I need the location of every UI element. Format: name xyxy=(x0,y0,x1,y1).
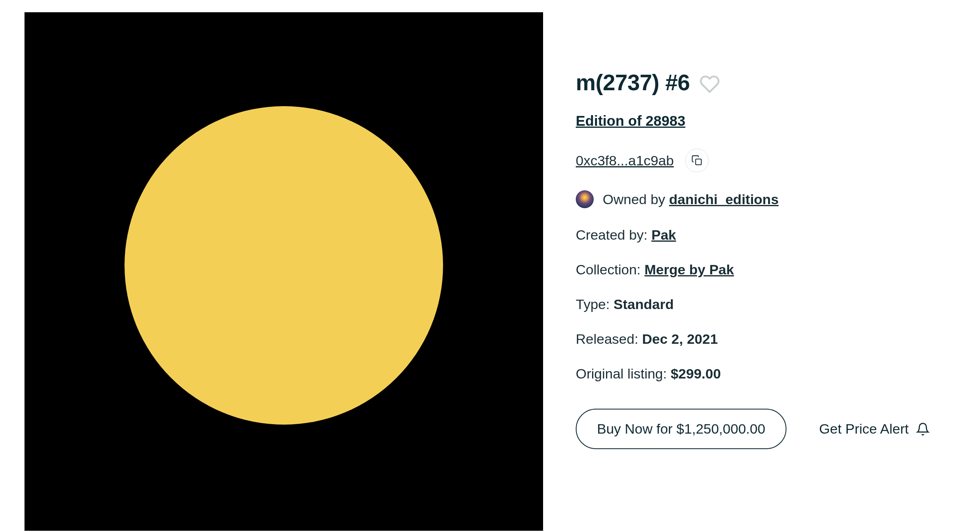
details-panel: m(2737) #6 Edition of 28983 0xc3f8...a1c… xyxy=(576,12,956,520)
artwork-circle xyxy=(125,106,443,425)
address-row: 0xc3f8...a1c9ab xyxy=(576,149,956,172)
title-row: m(2737) #6 xyxy=(576,69,956,96)
contract-address-link[interactable]: 0xc3f8...a1c9ab xyxy=(576,153,674,169)
price-alert-label: Get Price Alert xyxy=(819,421,909,437)
type-row: Type: Standard xyxy=(576,296,956,312)
bell-icon xyxy=(916,422,930,436)
collection-row: Collection: Merge by Pak xyxy=(576,262,956,278)
original-listing-label: Original listing: xyxy=(576,366,670,381)
owner-row: Owned by danichi_editions xyxy=(576,190,956,208)
buy-now-button[interactable]: Buy Now for $1,250,000.00 xyxy=(576,409,786,449)
released-label: Released: xyxy=(576,331,642,347)
owner-prefix: Owned by xyxy=(603,191,669,207)
heart-icon[interactable] xyxy=(699,74,720,94)
collection-label: Collection: xyxy=(576,262,644,277)
edition-link[interactable]: Edition of 28983 xyxy=(576,113,685,129)
price-alert-link[interactable]: Get Price Alert xyxy=(819,421,930,437)
creator-row: Created by: Pak xyxy=(576,227,956,243)
owner-avatar[interactable] xyxy=(576,190,594,208)
copy-address-button[interactable] xyxy=(685,149,709,172)
artwork-panel xyxy=(24,12,543,531)
original-listing-value: $299.00 xyxy=(670,366,721,381)
creator-label: Created by: xyxy=(576,227,651,243)
creator-link[interactable]: Pak xyxy=(651,227,676,243)
owner-text: Owned by danichi_editions xyxy=(603,191,779,207)
type-value: Standard xyxy=(614,296,674,312)
released-value: Dec 2, 2021 xyxy=(642,331,718,347)
nft-detail-container: m(2737) #6 Edition of 28983 0xc3f8...a1c… xyxy=(0,0,980,532)
actions-row: Buy Now for $1,250,000.00 Get Price Aler… xyxy=(576,409,956,449)
owner-link[interactable]: danichi_editions xyxy=(669,191,779,207)
svg-rect-0 xyxy=(696,159,702,165)
collection-link[interactable]: Merge by Pak xyxy=(644,262,734,277)
released-row: Released: Dec 2, 2021 xyxy=(576,331,956,347)
original-listing-row: Original listing: $299.00 xyxy=(576,366,956,382)
nft-title: m(2737) #6 xyxy=(576,69,690,96)
type-label: Type: xyxy=(576,296,614,312)
